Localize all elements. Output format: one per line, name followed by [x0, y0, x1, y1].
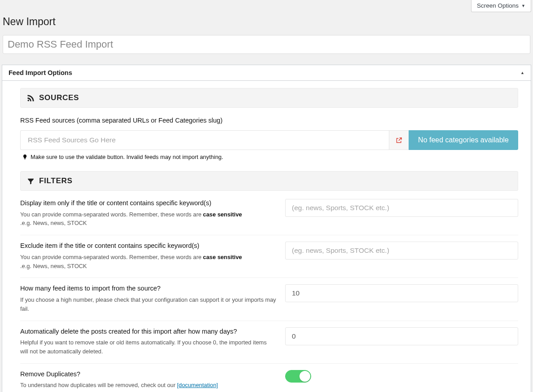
toggle-knob [300, 371, 310, 382]
documentation-link[interactable]: [documentation] [177, 382, 218, 388]
screen-options-label: Screen Options [477, 2, 519, 9]
remove-duplicates-label: Remove Duplicates? [20, 370, 276, 379]
section-title: SOURCES [39, 93, 79, 102]
rss-icon [27, 94, 35, 102]
import-count-label: How many feed items to import from the s… [20, 284, 276, 293]
feed-import-options-box: Feed Import Options ▲ SOURCES RSS Feed s… [2, 65, 531, 392]
external-link-icon [396, 137, 402, 144]
include-keywords-label: Display item only if the title or conten… [20, 199, 276, 208]
no-feed-categories-label: No feed categories available [409, 130, 518, 150]
lightbulb-icon [22, 154, 27, 160]
autodelete-days-input[interactable] [285, 327, 518, 345]
import-count-input[interactable] [285, 284, 518, 302]
validate-feed-button[interactable] [389, 130, 409, 150]
sources-label: RSS Feed sources (comma separated URLs o… [20, 117, 518, 124]
import-count-desc: If you choose a high number, please chec… [20, 295, 276, 313]
remove-duplicates-desc: To understand how duplicates will be rem… [20, 381, 276, 390]
autodelete-days-label: Automatically delete the posts created f… [20, 327, 276, 336]
collapse-icon[interactable]: ▲ [520, 70, 524, 75]
svg-rect-1 [24, 159, 26, 159]
remove-duplicates-toggle[interactable] [285, 370, 311, 383]
page-title: New Import [3, 14, 530, 30]
sources-section-header: SOURCES [20, 88, 518, 108]
svg-point-0 [27, 100, 29, 101]
sources-hint: Make sure to use the validate button. In… [31, 154, 223, 160]
exclude-keywords-label: Exclude item if the title or content con… [20, 242, 276, 251]
autodelete-days-desc: Helpful if you want to remove stale or o… [20, 338, 276, 356]
screen-options-toggle[interactable]: Screen Options ▼ [471, 0, 531, 12]
import-title-input[interactable] [3, 35, 530, 54]
filters-section-header: FILTERS [20, 171, 518, 191]
include-keywords-input[interactable] [285, 199, 518, 217]
exclude-keywords-input[interactable] [285, 242, 518, 260]
filter-icon [27, 177, 35, 185]
include-keywords-desc: You can provide comma-separated words. R… [20, 210, 276, 228]
chevron-down-icon: ▼ [521, 4, 525, 8]
exclude-keywords-desc: You can provide comma-separated words. R… [20, 253, 276, 271]
rss-sources-input[interactable] [20, 130, 389, 150]
svg-rect-2 [25, 159, 26, 160]
postbox-title: Feed Import Options [9, 69, 72, 76]
section-title: FILTERS [39, 176, 72, 185]
